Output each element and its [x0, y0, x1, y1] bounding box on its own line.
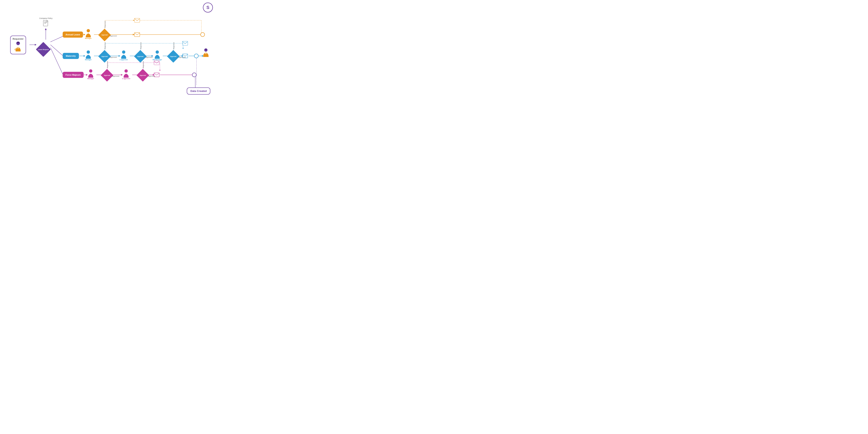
- maternity-diamond-2: Approval: [135, 51, 146, 62]
- annual-leave-approval-diamond: Approval: [99, 30, 110, 40]
- maternity-end-circle: [194, 54, 198, 58]
- data-created-node: Data Created: [187, 88, 210, 95]
- maternity-rejected-1: Rejected: [104, 42, 106, 49]
- annual-leave-circle: [200, 32, 205, 37]
- force-majeure-envelope-rejected-icon: [154, 61, 159, 65]
- svg-rect-52: [183, 54, 188, 58]
- svg-point-55: [89, 69, 92, 72]
- document-icon: [43, 20, 49, 27]
- force-majeure-envelope-rejected: [154, 61, 159, 66]
- maternity-diamond-3: Approval: [168, 51, 179, 62]
- force-majeure-end-circle: [192, 72, 196, 77]
- force-majeure-rejected-1: Rejected: [106, 61, 108, 68]
- maternity-hr-manager: HR Manager: [153, 50, 162, 61]
- svg-point-54: [204, 49, 208, 52]
- force-majeure-2approver: 2 approver: [122, 69, 130, 80]
- maternity-manager: Manager: [85, 50, 92, 61]
- maternity-manager-label: Manager: [85, 59, 92, 61]
- maternity-rejected-3: Rejected: [173, 42, 175, 49]
- force-majeure-diamond-1: Approval: [102, 70, 112, 81]
- requester-box: Requester: [10, 36, 26, 54]
- annual-leave-envelope-approved: [134, 32, 140, 38]
- svg-point-56: [124, 69, 128, 72]
- force-majeure-circle: [192, 72, 196, 77]
- annual-leave-rejected: Rejected: [104, 21, 106, 28]
- leave-request-label: Leave Request: [38, 49, 49, 51]
- svg-point-50: [122, 51, 125, 54]
- annual-leave-manager: Manager: [85, 28, 92, 39]
- force-majeure-node: Force Majeure: [63, 72, 84, 78]
- maternity-hr-manager-label: HR Manager: [153, 59, 162, 61]
- force-majeure-manager-icon: [87, 69, 94, 78]
- app-logo: S: [203, 2, 213, 12]
- maternity-2approver-label: 2 approver: [120, 59, 128, 61]
- force-majeure-manager-label: Manager: [88, 78, 94, 80]
- maternity-2approver-icon: [120, 50, 127, 59]
- requester-person-icon: [13, 41, 23, 52]
- maternity-hr-manager-icon: [154, 50, 161, 59]
- annual-leave-envelope-rejected: [134, 18, 140, 23]
- force-majeure-rejected-2: Rejected: [143, 61, 144, 68]
- workflow-diagram: S Requester Company Policy: [0, 0, 217, 108]
- maternity-box: Maternity: [63, 53, 79, 59]
- force-majeure-2approver-icon: [122, 69, 130, 78]
- annual-leave-approved: Approved: [110, 35, 117, 37]
- svg-rect-48: [134, 18, 140, 22]
- maternity-envelope-icon: [182, 54, 188, 58]
- svg-point-46: [87, 29, 90, 32]
- svg-line-25: [51, 48, 63, 75]
- maternity-envelope: [182, 54, 188, 59]
- svg-line-1: [51, 36, 63, 42]
- maternity-end-person: [202, 48, 210, 57]
- leave-request-node: Leave Request: [36, 42, 51, 57]
- svg-rect-45: [44, 23, 46, 24]
- data-created-box: Data Created: [187, 88, 210, 95]
- annual-leave-end-circle: [200, 32, 205, 37]
- requester-node: Requester: [10, 36, 26, 54]
- envelope-icon-2: [134, 18, 140, 23]
- company-policy-label: Company Policy: [39, 17, 53, 27]
- annual-leave-manager-label: Manager: [85, 37, 92, 39]
- maternity-envelope-rejected: [182, 41, 188, 46]
- svg-text:S: S: [207, 5, 209, 10]
- maternity-approved-1: Approved: [110, 56, 117, 58]
- force-majeure-manager: Manager: [87, 69, 94, 80]
- maternity-envelope-rejected-icon: [182, 41, 188, 45]
- svg-rect-58: [154, 61, 159, 65]
- maternity-manager-icon: [85, 50, 92, 59]
- maternity-2approver: 2 approver: [120, 50, 128, 61]
- svg-rect-44: [44, 22, 47, 23]
- annual-leave-box: Annual Leave: [63, 32, 83, 38]
- force-majeure-approved-1: Approved: [112, 75, 119, 77]
- svg-line-10: [51, 45, 63, 56]
- annual-leave-manager-icon: [85, 28, 92, 37]
- svg-rect-53: [183, 41, 188, 45]
- requester-label: Requester: [12, 38, 24, 40]
- force-majeure-box: Force Majeure: [63, 72, 84, 78]
- force-majeure-envelope: [154, 72, 159, 78]
- maternity-node: Maternity: [63, 53, 79, 59]
- maternity-diamond-1: Approval: [99, 51, 110, 62]
- envelope-icon-1: [134, 32, 140, 37]
- force-majeure-envelope-icon: [154, 72, 159, 77]
- maternity-rejected-2: Rejected: [140, 42, 142, 49]
- annual-leave-approval-label: Approval: [101, 34, 107, 36]
- force-majeure-diamond-2: Approval: [137, 70, 148, 81]
- force-majeure-2approver-label: 2 approver: [122, 78, 130, 80]
- svg-point-49: [87, 51, 90, 54]
- svg-rect-47: [134, 33, 140, 37]
- svg-rect-57: [154, 73, 159, 77]
- maternity-circle: [194, 54, 198, 58]
- svg-point-41: [16, 41, 20, 45]
- company-policy-node: Company Policy: [39, 17, 53, 27]
- annual-leave-node: Annual Leave: [63, 32, 83, 38]
- svg-point-51: [156, 51, 159, 54]
- maternity-end-person-icon: [202, 48, 210, 57]
- maternity-approved-2: Approved: [146, 56, 153, 58]
